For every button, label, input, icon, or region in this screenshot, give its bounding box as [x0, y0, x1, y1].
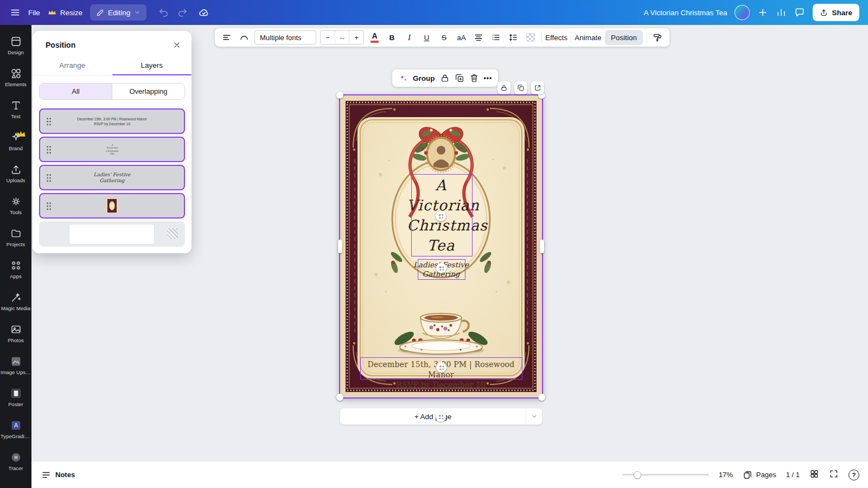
lock-icon[interactable] — [440, 73, 450, 83]
line-spacing-icon[interactable] — [507, 30, 520, 45]
undo-button[interactable] — [158, 7, 169, 18]
move-handle-subtitle[interactable] — [436, 263, 446, 273]
resize-handle-bottom-left[interactable] — [336, 394, 343, 401]
layer-item-subtitle-text[interactable]: Ladies' Festive Gathering — [39, 165, 185, 190]
move-handle-title[interactable] — [436, 211, 446, 221]
sidebar-item-projects[interactable]: Projects — [0, 221, 31, 253]
italic-button[interactable]: I — [403, 30, 416, 45]
editing-mode-dropdown[interactable]: Editing — [90, 4, 146, 21]
background-pattern-icon[interactable] — [167, 228, 178, 239]
comments-icon[interactable] — [794, 7, 805, 18]
redo-button[interactable] — [177, 7, 188, 18]
resize-button[interactable]: Resize — [48, 9, 82, 17]
layer-item-title-text[interactable]: A Victorian Christmas Tea — [39, 137, 185, 162]
statusbar: Notes 17% Pages 1 / 1 ? — [31, 461, 868, 488]
sidebar-item-apps[interactable]: Apps — [0, 253, 31, 285]
duplicate-page-button[interactable] — [514, 81, 527, 94]
resize-handle-bottom-right[interactable] — [538, 394, 545, 401]
underline-button[interactable]: U — [420, 30, 433, 45]
add-page-button[interactable]: + Add page — [340, 408, 526, 425]
font-size-increase[interactable]: + — [349, 31, 363, 44]
text-color-button[interactable]: A — [368, 30, 381, 45]
document-title[interactable]: A Victorian Christmas Tea — [643, 9, 727, 17]
font-family-select[interactable]: Multiple fonts — [254, 30, 316, 44]
text-case-button[interactable]: aA — [455, 30, 468, 45]
lock-page-button[interactable] — [497, 81, 510, 94]
magic-edit-icon[interactable] — [398, 73, 408, 83]
drag-handle-icon[interactable] — [46, 145, 52, 154]
zoom-slider[interactable] — [622, 471, 709, 479]
line-style-icon[interactable] — [220, 30, 233, 45]
bullet-list-icon[interactable] — [489, 30, 503, 45]
file-menu[interactable]: File — [28, 9, 40, 17]
hamburger-menu-icon[interactable] — [10, 7, 21, 18]
export-page-button[interactable] — [531, 81, 544, 94]
resize-handle-right[interactable] — [540, 240, 544, 253]
grid-view-icon — [809, 469, 819, 479]
delete-trash-icon[interactable] — [469, 73, 479, 83]
zoom-slider-knob[interactable] — [634, 471, 641, 479]
layer-item-image[interactable] — [39, 193, 185, 219]
group-button[interactable]: Group — [413, 74, 435, 82]
effects-button[interactable]: Effects — [546, 30, 567, 45]
export-icon — [534, 84, 541, 92]
sidebar-item-elements[interactable]: Elements — [0, 61, 31, 93]
app: File Resize Editing A Victorian Christma… — [0, 0, 868, 488]
sidebar-item-typegradient[interactable]: A TypeGradie... — [0, 413, 31, 445]
copy-style-roller-icon[interactable] — [651, 30, 665, 45]
resize-handle-left[interactable] — [338, 240, 342, 253]
sidebar-item-magic-media[interactable]: Magic Media — [0, 285, 31, 317]
topbar: File Resize Editing A Victorian Christma… — [0, 0, 868, 25]
text-align-icon[interactable] — [472, 30, 486, 45]
tab-arrange[interactable]: Arrange — [33, 56, 112, 75]
move-handle-page[interactable] — [436, 412, 446, 422]
duplicate-icon[interactable] — [455, 73, 464, 83]
sidebar-item-uploads[interactable]: Uploads — [0, 157, 31, 189]
transparency-button[interactable] — [524, 30, 538, 45]
design-page[interactable]: ❅ ❅ ❅ ❅ A Victorian Christmas Tea Ladies… — [340, 95, 542, 397]
add-member-button[interactable] — [757, 7, 768, 18]
share-icon — [820, 9, 828, 17]
font-size-decrease[interactable]: − — [321, 31, 335, 44]
close-panel-button[interactable] — [171, 39, 183, 51]
curve-text-icon[interactable] — [237, 30, 251, 45]
layer-item-details-text[interactable]: December 15th, 3:00 PM | Rosewood Manor … — [39, 108, 185, 134]
sidebar-item-text[interactable]: Text — [0, 93, 31, 125]
animate-button[interactable]: Animate — [575, 30, 601, 45]
add-page-dropdown[interactable] — [526, 408, 542, 425]
tab-layers[interactable]: Layers — [112, 56, 192, 75]
help-button[interactable]: ? — [848, 470, 859, 480]
account-avatar[interactable] — [735, 5, 750, 20]
filter-all[interactable]: All — [40, 84, 112, 99]
share-button[interactable]: Share — [813, 4, 859, 21]
page-indicator: 1 / 1 — [786, 471, 800, 479]
sidebar-item-tracer[interactable]: Tracer — [0, 445, 31, 477]
insights-chart-icon[interactable] — [776, 7, 787, 18]
strikethrough-button[interactable]: S — [437, 30, 451, 45]
more-options-button[interactable]: ••• — [484, 74, 493, 82]
move-handle-details[interactable] — [436, 362, 446, 373]
position-button[interactable]: Position — [605, 30, 643, 45]
resize-handle-top-left[interactable] — [336, 92, 343, 99]
sidebar-item-tools[interactable]: Tools — [0, 189, 31, 221]
zoom-level[interactable]: 17% — [719, 471, 733, 479]
sidebar-item-poster[interactable]: Poster — [0, 381, 31, 413]
drag-handle-icon[interactable] — [46, 117, 52, 126]
sidebar-item-photos[interactable]: Photos — [0, 317, 31, 349]
drag-handle-icon[interactable] — [46, 174, 52, 182]
layer-item-background[interactable] — [39, 221, 185, 247]
font-size-value[interactable]: -- — [335, 31, 350, 44]
background-color-swatch[interactable] — [69, 224, 155, 245]
cloud-save-status-icon[interactable] — [199, 7, 209, 18]
bold-button[interactable]: B — [385, 30, 399, 45]
duplicate-icon — [517, 84, 525, 92]
fullscreen-button[interactable] — [829, 469, 839, 481]
drag-handle-icon[interactable] — [46, 202, 52, 210]
notes-button[interactable]: Notes — [41, 470, 75, 480]
pages-button[interactable]: Pages — [743, 470, 776, 480]
sidebar-item-design[interactable]: Design — [0, 29, 31, 61]
sidebar-item-image-upscaler[interactable]: Image Upsc... — [0, 349, 31, 381]
sidebar-item-brand[interactable]: Brand — [0, 125, 31, 157]
grid-view-button[interactable] — [809, 469, 819, 481]
filter-overlapping[interactable]: Overlapping — [112, 84, 184, 99]
